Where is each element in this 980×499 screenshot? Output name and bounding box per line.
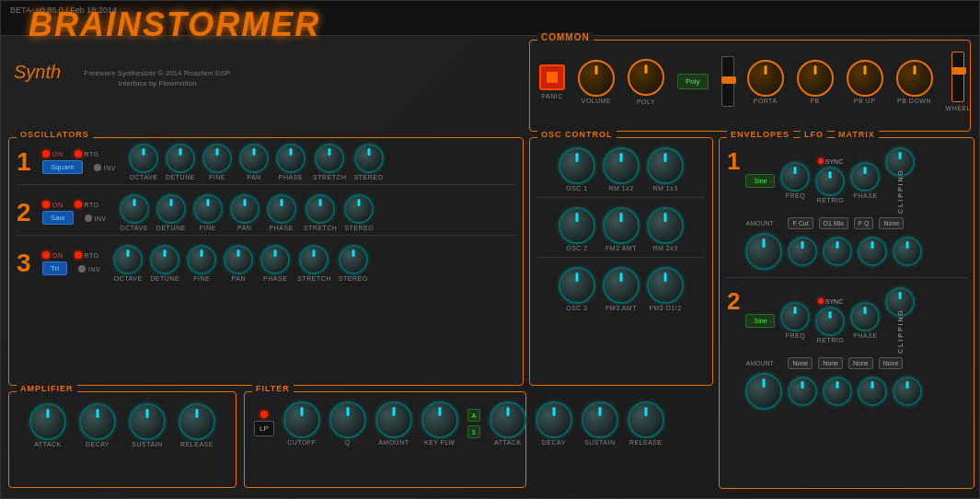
osc2-phase-knob[interactable] <box>267 194 296 224</box>
amp-attack-knob[interactable] <box>29 403 66 440</box>
filter-q-knob[interactable] <box>329 401 366 438</box>
env1-dest1-button[interactable]: F Cut <box>788 217 813 229</box>
osc3-pan-knob[interactable] <box>224 245 253 274</box>
amp-release-knob[interactable] <box>179 403 215 440</box>
filter-sustain-knob[interactable] <box>582 401 618 438</box>
osc3-inv-led[interactable] <box>78 265 86 273</box>
env2-sync-led[interactable] <box>818 298 824 304</box>
osc-ctrl-osc3-knob[interactable] <box>559 267 595 304</box>
osc3-rtg-led[interactable] <box>75 251 82 259</box>
osc2-fine-knob[interactable] <box>193 194 223 224</box>
filter-type[interactable]: LP <box>254 421 274 436</box>
filter-keyflw-knob[interactable] <box>421 401 458 438</box>
osc1-pan-knob[interactable] <box>239 144 269 173</box>
filter-release-knob[interactable] <box>628 401 664 438</box>
amp-decay-knob[interactable] <box>79 403 116 440</box>
env1-sync-led[interactable] <box>818 158 824 164</box>
osc2-octave-knob[interactable] <box>120 194 149 224</box>
filter-indicator-3[interactable]: 3 <box>467 425 480 438</box>
env2-phase-knob[interactable] <box>850 302 880 331</box>
osc1-phase-knob[interactable] <box>276 144 306 173</box>
osc3-fine-knob[interactable] <box>187 245 216 274</box>
env2-dest3-knob[interactable] <box>858 377 887 406</box>
osc3-phase-knob[interactable] <box>260 245 290 274</box>
env1-sine-button[interactable]: Sine <box>745 174 775 188</box>
osc1-led[interactable] <box>42 150 50 157</box>
amp-sustain-knob[interactable] <box>129 403 166 440</box>
env2-dest2-knob[interactable] <box>823 377 852 406</box>
osc2-pan-knob[interactable] <box>230 194 259 224</box>
env2-dest3-button[interactable]: None <box>848 357 873 369</box>
osc1-inv-label: INV <box>104 165 116 171</box>
filter-indicator-a[interactable]: A <box>467 409 480 422</box>
filter-amount-knob[interactable] <box>375 401 412 438</box>
osc1-stretch-knob[interactable] <box>315 144 344 173</box>
env1-amount-knob[interactable] <box>745 233 782 270</box>
env2-amount-knob[interactable] <box>745 373 782 410</box>
common-fader[interactable] <box>721 56 734 107</box>
filter-attack-knob[interactable] <box>490 401 526 438</box>
matrix-tab[interactable]: MATRIX <box>835 130 879 139</box>
osc3-stereo-knob[interactable] <box>339 245 368 274</box>
env1-dest2-knob[interactable] <box>823 237 852 266</box>
osc2-wave-button[interactable]: Saw <box>42 211 74 225</box>
env2-dest2-button[interactable]: None <box>818 357 843 369</box>
osc-ctrl-fm2amt-knob[interactable] <box>603 207 640 244</box>
osc-ctrl-rm1x2-knob[interactable] <box>603 147 640 184</box>
osc2-detune-knob[interactable] <box>156 194 186 224</box>
osc2-stereo-knob[interactable] <box>344 194 374 224</box>
env1-dest2-button[interactable]: O1 Mix <box>819 217 848 229</box>
envelopes-tab[interactable]: ENVELOPES <box>727 130 793 139</box>
osc1-detune-knob[interactable] <box>166 144 195 173</box>
pb-up-knob[interactable] <box>847 60 883 97</box>
osc1-wave-button[interactable]: Square <box>42 160 83 174</box>
osc2-inv-led[interactable] <box>85 215 92 222</box>
osc3-wave-button[interactable]: Tri <box>42 261 67 275</box>
osc1-rtg-led[interactable] <box>75 150 82 157</box>
osc1-inv-led[interactable] <box>94 164 101 171</box>
osc-ctrl-rm1x3-knob[interactable] <box>647 147 684 184</box>
env2-dest1-button[interactable]: None <box>788 357 813 369</box>
env1-freq-knob[interactable] <box>780 162 810 191</box>
env1-dest4-button[interactable]: None <box>879 217 904 229</box>
volume-knob[interactable] <box>578 60 615 97</box>
osc3-octave-knob[interactable] <box>113 245 143 274</box>
osc1-stereo-knob[interactable] <box>354 144 384 173</box>
osc1-fine-knob[interactable] <box>202 144 232 173</box>
env2-freq-knob[interactable] <box>780 302 810 331</box>
porta-knob[interactable] <box>747 60 784 97</box>
env1-dest1-knob[interactable] <box>788 237 817 266</box>
poly-button[interactable]: Poly <box>677 74 709 89</box>
env1-dest3-knob[interactable] <box>858 237 887 266</box>
osc-ctrl-fm3amt-knob[interactable] <box>603 267 640 304</box>
env2-dest4-button[interactable]: None <box>879 357 904 369</box>
pb-down-knob[interactable] <box>896 60 933 97</box>
pb-knob[interactable] <box>797 60 834 97</box>
env1-retrig-knob[interactable] <box>815 167 845 196</box>
osc-ctrl-osc2-knob[interactable] <box>559 207 595 244</box>
env2-dest4-knob[interactable] <box>893 377 922 406</box>
env2-retrig-knob[interactable] <box>815 307 845 336</box>
filter-led[interactable] <box>260 411 268 418</box>
osc2-rtg-led[interactable] <box>75 201 82 208</box>
wheel-fader[interactable] <box>951 52 964 102</box>
osc1-octave-knob[interactable] <box>129 144 158 173</box>
env2-dest1-knob[interactable] <box>788 377 817 406</box>
osc-ctrl-fm3o12-knob[interactable] <box>647 267 684 304</box>
osc2-stretch-knob[interactable] <box>306 194 335 224</box>
panic-button[interactable] <box>539 64 565 90</box>
env2-sine-button[interactable]: Sine <box>745 314 775 328</box>
osc-ctrl-rm2x3-knob[interactable] <box>647 207 684 244</box>
osc-ctrl-osc1-knob[interactable] <box>559 147 595 184</box>
filter-decay-knob[interactable] <box>536 401 572 438</box>
lfo-tab[interactable]: LFO <box>801 130 827 139</box>
osc2-led[interactable] <box>42 201 50 208</box>
env1-dest4-knob[interactable] <box>893 237 922 266</box>
osc3-detune-knob[interactable] <box>150 245 179 274</box>
env1-phase-knob[interactable] <box>850 162 880 191</box>
osc3-led[interactable] <box>42 251 50 259</box>
poly-knob[interactable] <box>628 59 664 96</box>
osc3-stretch-knob[interactable] <box>299 245 329 274</box>
filter-cutoff-knob[interactable] <box>283 401 320 438</box>
env1-dest3-button[interactable]: F Q <box>854 217 874 229</box>
